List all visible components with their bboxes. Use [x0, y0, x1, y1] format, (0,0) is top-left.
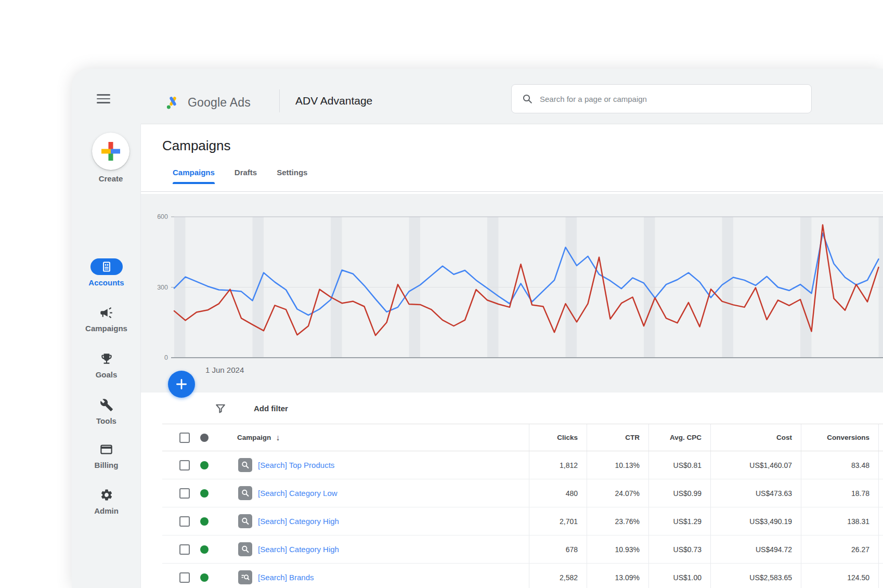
ctr-cell: 10.13%: [587, 451, 648, 479]
row-checkbox[interactable]: [179, 572, 190, 583]
search-input[interactable]: [540, 95, 801, 103]
trophy-icon: [100, 352, 113, 365]
google-ads-logo-icon: [165, 95, 181, 111]
table-row: [Search] Category Low 480 24.07% US$0.99…: [162, 479, 883, 507]
sidebar-item-billing[interactable]: Billing: [72, 441, 141, 469]
sidebar-item-campaigns[interactable]: Campaigns: [72, 304, 141, 333]
sidebar-item-tools[interactable]: Tools: [72, 397, 141, 425]
conversions-cell: 124.50: [801, 564, 878, 588]
campaign-cell: [Search] Brands: [162, 564, 529, 588]
svg-text:300: 300: [157, 284, 168, 291]
tab-campaigns[interactable]: Campaigns: [173, 168, 215, 184]
campaign-link[interactable]: [Search] Category High: [258, 545, 339, 554]
sidebar-item-goals[interactable]: Goals: [72, 350, 141, 379]
conversions-cell: 18.78: [801, 479, 878, 507]
row-checkbox[interactable]: [179, 544, 190, 555]
status-filter-dot[interactable]: [200, 434, 209, 442]
campaign-link[interactable]: [Search] Top Products: [258, 461, 334, 469]
column-header-avg-cpc[interactable]: Avg. CPC: [648, 424, 710, 451]
row-stub-cell: [878, 564, 883, 588]
status-enabled-dot: [200, 517, 209, 526]
status-enabled-dot: [200, 489, 209, 498]
clicks-cell: 2,582: [529, 564, 587, 588]
table-header-row: Campaign ↓ Clicks CTR Avg. CPC Cost Conv…: [162, 424, 883, 451]
chart-start-date-label: 1 Jun 2024: [205, 365, 244, 374]
row-stub-cell: [878, 451, 883, 479]
filter-funnel-icon: [214, 402, 227, 415]
cost-cell: US$494.72: [710, 535, 801, 563]
avg-cpc-cell: US$0.99: [648, 479, 710, 507]
tab-bar: Campaigns Drafts Settings: [173, 168, 307, 184]
avg-cpc-cell: US$1.29: [648, 507, 710, 535]
sidebar-item-label: Billing: [72, 461, 141, 469]
cost-cell: US$2,583.65: [710, 564, 801, 588]
tab-drafts[interactable]: Drafts: [235, 168, 257, 184]
column-header-clicks[interactable]: Clicks: [529, 424, 587, 451]
sort-desc-icon: ↓: [276, 433, 280, 442]
row-checkbox[interactable]: [179, 516, 190, 527]
select-all-checkbox[interactable]: [179, 433, 190, 443]
search-icon: [522, 94, 533, 104]
row-checkbox[interactable]: [179, 460, 190, 471]
cost-cell: US$1,460.07: [710, 451, 801, 479]
ctr-cell: 13.09%: [587, 564, 648, 588]
account-name: ADV Advantage: [295, 95, 372, 107]
google-ads-logo: Google Ads: [165, 95, 251, 111]
add-filter-button[interactable]: Add filter: [214, 393, 288, 424]
sidebar: Create Accounts C: [72, 124, 141, 588]
status-enabled-dot: [200, 573, 209, 582]
table-body: [Search] Top Products 1,812 10.13% US$0.…: [162, 451, 883, 588]
credit-card-icon: [99, 442, 113, 456]
sidebar-item-label: Tools: [72, 416, 141, 425]
campaign-cell: [Search] Top Products: [162, 451, 529, 479]
page-title: Campaigns: [162, 138, 231, 154]
campaign-link[interactable]: [Search] Category Low: [258, 489, 337, 498]
sidebar-item-label: Goals: [72, 370, 141, 379]
column-header-conversions[interactable]: Conversions: [801, 424, 878, 451]
table-row: [Search] Category High 2,701 23.76% US$1…: [162, 507, 883, 535]
tools-icon: [100, 398, 113, 412]
campaign-link[interactable]: [Search] Category High: [258, 517, 339, 526]
table-row: [Search] Brands 2,582 13.09% US$1.00 US$…: [162, 564, 883, 588]
chart-panel: 0300600 1 Jun 2024: [141, 194, 883, 393]
app-header: Google Ads ADV Advantage: [72, 69, 883, 124]
plus-icon: [176, 378, 187, 390]
campaign-cell: [Search] Category High: [162, 535, 529, 563]
avg-cpc-cell: US$1.00: [648, 564, 710, 588]
main-content: Campaigns Campaigns Drafts Settings 0300…: [141, 124, 883, 588]
sidebar-item-accounts[interactable]: Accounts: [72, 258, 141, 287]
column-header-campaign[interactable]: Campaign: [237, 434, 271, 441]
row-checkbox[interactable]: [179, 488, 190, 499]
gear-icon: [100, 488, 113, 502]
campaign-type-search-list-icon: [238, 570, 252, 584]
conversions-cell: 26.27: [801, 535, 878, 563]
sidebar-item-label: Admin: [72, 506, 141, 515]
ctr-cell: 23.76%: [587, 507, 648, 535]
sidebar-item-label: Accounts: [72, 278, 141, 287]
svg-text:0: 0: [164, 354, 168, 361]
add-campaign-fab[interactable]: [168, 371, 195, 398]
row-stub-cell: [878, 507, 883, 535]
clicks-cell: 480: [529, 479, 587, 507]
sidebar-item-admin[interactable]: Admin: [72, 487, 141, 515]
column-header-ctr[interactable]: CTR: [587, 424, 648, 451]
active-pill: [90, 258, 123, 275]
accounts-icon: [100, 260, 113, 273]
avg-cpc-cell: US$0.73: [648, 535, 710, 563]
sidebar-item-create[interactable]: Create: [85, 133, 137, 183]
campaign-header-cell: Campaign ↓: [162, 424, 529, 451]
row-stub-cell: [878, 479, 883, 507]
sidebar-item-label: Campaigns: [72, 324, 141, 333]
app-window: Google Ads ADV Advantage Create: [72, 69, 883, 588]
column-header-cost[interactable]: Cost: [710, 424, 801, 451]
add-filter-label: Add filter: [254, 404, 288, 413]
campaign-cell: [Search] Category High: [162, 507, 529, 535]
clicks-cell: 2,701: [529, 507, 587, 535]
campaign-type-search-icon: [238, 486, 252, 500]
campaign-link[interactable]: [Search] Brands: [258, 573, 314, 582]
tab-settings[interactable]: Settings: [277, 168, 307, 184]
avg-cpc-cell: US$0.81: [648, 451, 710, 479]
menu-icon[interactable]: [97, 94, 110, 103]
campaign-type-search-icon: [238, 458, 252, 472]
global-search[interactable]: [511, 84, 812, 113]
